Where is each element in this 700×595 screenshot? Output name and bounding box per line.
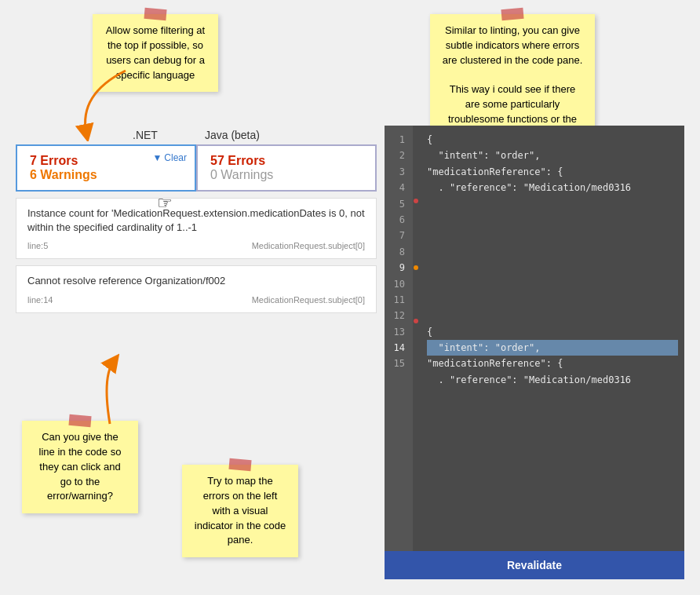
code-line-2: "intent": "order", <box>427 148 678 163</box>
clear-label: Clear <box>164 152 187 163</box>
code-line-7 <box>427 228 678 243</box>
warn-indicator-10 <box>414 265 418 270</box>
code-line-11 <box>427 292 678 308</box>
code-line-3: "medicationReference": { <box>427 164 678 180</box>
filter-icon: ▼ <box>152 152 162 163</box>
code-line-13: { <box>427 324 678 340</box>
err-indicator-5 <box>414 199 418 203</box>
err-indicator-14 <box>414 319 418 323</box>
dotnet-stats[interactable]: ▼ Clear 7 Errors 6 Warnings <box>16 144 196 192</box>
code-line-6 <box>427 212 678 228</box>
line-numbers: 1 2 3 4 5 6 7 8 9 10 11 12 13 14 15 <box>385 126 413 551</box>
java-errors: 57 Errors <box>210 154 363 168</box>
dotnet-warnings: 6 Warnings <box>30 168 182 182</box>
code-line-4: . "reference": "Medication/med0316 <box>427 180 678 195</box>
error-list: Instance count for 'MedicationRequest.ex… <box>16 198 377 313</box>
code-line-5 <box>427 196 678 212</box>
tab-dotnet[interactable]: .NET <box>133 129 158 141</box>
code-line-10 <box>427 276 678 292</box>
tab-header: .NET Java (beta) <box>16 126 377 144</box>
error-location-2: MedicationRequest.subject[0] <box>252 295 365 305</box>
left-panel: .NET Java (beta) ▼ Clear 7 Errors 6 Warn… <box>16 126 377 579</box>
error-location-1: MedicationRequest.subject[0] <box>252 241 365 250</box>
tab-java[interactable]: Java (beta) <box>205 129 260 141</box>
right-panel: 1 2 3 4 5 6 7 8 9 10 11 12 13 14 15 <box>385 126 684 579</box>
error-msg-2: Cannot resolve reference Organization/f0… <box>27 274 365 288</box>
error-indicators <box>413 126 421 551</box>
code-line-16: . "reference": "Medication/med0316 <box>427 372 678 388</box>
stats-row: ▼ Clear 7 Errors 6 Warnings 57 Errors 0 … <box>16 144 377 192</box>
tape-top-right <box>501 8 523 20</box>
error-item-2[interactable]: Cannot resolve reference Organization/f0… <box>16 265 377 312</box>
sticky-top-left: Allow some filtering at the top if possi… <box>93 14 218 92</box>
clear-button[interactable]: ▼ Clear <box>152 152 187 163</box>
java-stats[interactable]: 57 Errors 0 Warnings <box>196 144 377 192</box>
error-msg-1: Instance count for 'MedicationRequest.ex… <box>27 206 365 235</box>
code-content: { "intent": "order", "medicationReferenc… <box>421 126 684 551</box>
sticky-top-right-text: Similar to linting, you can give subtle … <box>443 24 583 140</box>
error-meta-1: line:5 MedicationRequest.subject[0] <box>27 241 365 250</box>
code-line-9 <box>427 260 678 276</box>
code-line-12 <box>427 308 678 323</box>
code-line-1: { <box>427 132 678 148</box>
tape-top-left <box>144 8 166 20</box>
code-line-15: "medicationReference": { <box>427 356 678 371</box>
code-line-14: "intent": "order", <box>427 340 678 356</box>
code-pane: 1 2 3 4 5 6 7 8 9 10 11 12 13 14 15 <box>385 126 684 551</box>
error-meta-2: line:14 MedicationRequest.subject[0] <box>27 295 365 305</box>
main-ui: .NET Java (beta) ▼ Clear 7 Errors 6 Warn… <box>16 126 684 579</box>
error-item-1[interactable]: Instance count for 'MedicationRequest.ex… <box>16 198 377 259</box>
code-lines: 1 2 3 4 5 6 7 8 9 10 11 12 13 14 15 <box>385 126 684 551</box>
revalidate-button[interactable]: Revalidate <box>385 551 684 579</box>
error-line-2: line:14 <box>27 295 53 305</box>
sticky-top-left-text: Allow some filtering at the top if possi… <box>106 24 205 81</box>
java-warnings: 0 Warnings <box>210 168 363 182</box>
code-line-8 <box>427 244 678 260</box>
error-line-1: line:5 <box>27 241 48 250</box>
